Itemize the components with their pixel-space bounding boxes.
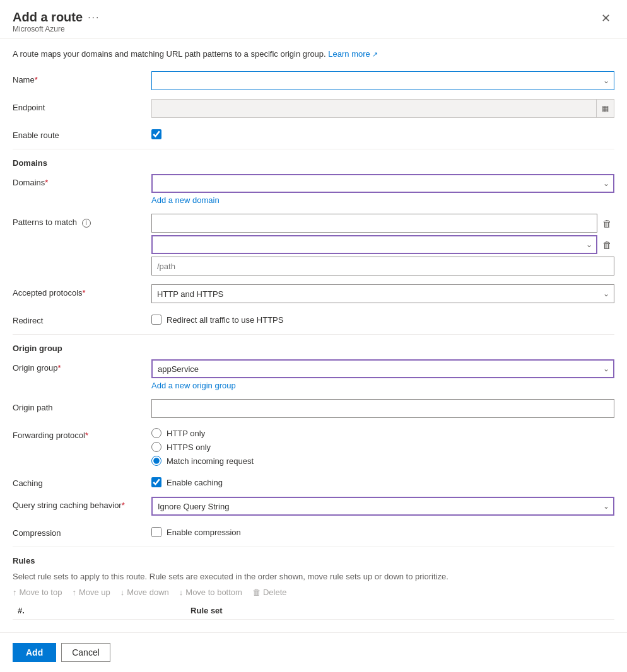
origin-path-control <box>151 399 614 418</box>
compression-checkbox-wrap: Enable compression <box>151 524 614 537</box>
move-up-button[interactable]: ↑ Move up <box>72 588 110 597</box>
name-control: LicenseRenewal ⌄ <box>151 71 614 90</box>
patterns-control: /LicenseRenewal/ 🗑 /LicenseRenewal/* ⌄ <box>151 214 614 275</box>
delete-rule-button[interactable]: 🗑 Delete <box>252 588 287 597</box>
forwarding-protocol-control: HTTP only HTTPS only Match incoming requ… <box>151 427 614 466</box>
rules-section-title: Rules <box>13 556 614 565</box>
delete-rule-icon: 🗑 <box>252 588 261 597</box>
endpoint-label: Endpoint <box>13 99 151 112</box>
pattern-2-input[interactable]: /LicenseRenewal/* <box>151 235 597 254</box>
fp-https-only-item: HTTPS only <box>151 442 614 452</box>
enable-route-label: Enable route <box>13 127 151 140</box>
learn-more-link[interactable]: Learn more ↗ <box>328 49 378 59</box>
redirect-row: Redirect Redirect all traffic to use HTT… <box>13 312 614 325</box>
pattern-row-2: /LicenseRenewal/* ⌄ 🗑 <box>151 235 614 254</box>
pattern-2-delete-button[interactable]: 🗑 <box>600 238 614 252</box>
move-up-icon: ↑ <box>72 588 76 597</box>
cancel-button[interactable]: Cancel <box>61 643 110 662</box>
move-down-icon: ↓ <box>120 588 125 597</box>
pattern-3-input[interactable] <box>151 257 614 275</box>
accepted-protocols-row: Accepted protocols* HTTP and HTTPS HTTP … <box>13 284 614 303</box>
origin-group-section-title: Origin group <box>13 344 614 353</box>
move-to-bottom-icon: ↓ <box>179 588 184 597</box>
origin-group-label: Origin group* <box>13 359 151 373</box>
redirect-checkbox-wrap: Redirect all traffic to use HTTPS <box>151 312 614 325</box>
close-button[interactable]: ✕ <box>597 10 614 26</box>
origin-group-select-wrapper: appService ⌄ <box>151 359 614 378</box>
pattern-3-wrap <box>151 257 614 275</box>
caching-row: Caching Enable caching <box>13 475 614 488</box>
redirect-label: Redirect <box>13 312 151 325</box>
enable-route-checkbox[interactable] <box>151 129 161 139</box>
patterns-list: /LicenseRenewal/ 🗑 /LicenseRenewal/* ⌄ <box>151 214 614 275</box>
domains-row: Domains* ⌄ Add a new domain <box>13 174 614 205</box>
caching-checkbox-label: Enable caching <box>167 478 223 487</box>
patterns-label: Patterns to match i <box>13 214 151 228</box>
redirect-checkbox[interactable] <box>151 315 161 325</box>
move-to-top-button[interactable]: ↑ Move to top <box>13 588 62 597</box>
fp-http-label: HTTP only <box>167 429 205 438</box>
add-new-origin-group-link[interactable]: Add a new origin group <box>151 381 614 390</box>
name-input[interactable]: LicenseRenewal <box>151 71 614 90</box>
endpoint-input <box>151 99 614 118</box>
query-string-control: Ignore Query String Use Query String Ign… <box>151 497 614 516</box>
rules-desc: Select rule sets to apply to this route.… <box>13 572 614 581</box>
move-down-button[interactable]: ↓ Move down <box>120 588 169 597</box>
panel-title: Add a route <box>13 10 83 25</box>
more-options-icon[interactable]: ··· <box>88 12 100 23</box>
fp-match-label: Match incoming request <box>167 456 254 466</box>
redirect-control: Redirect all traffic to use HTTPS <box>151 312 614 325</box>
enable-route-control <box>151 127 614 139</box>
add-new-domain-link[interactable]: Add a new domain <box>151 195 614 205</box>
domains-select[interactable] <box>151 174 614 193</box>
accepted-protocols-select[interactable]: HTTP and HTTPS HTTP only HTTPS only <box>151 284 614 303</box>
delete-2-icon: 🗑 <box>602 240 612 250</box>
accepted-protocols-select-wrapper: HTTP and HTTPS HTTP only HTTPS only ⌄ <box>151 284 614 303</box>
compression-checkbox[interactable] <box>151 527 161 537</box>
query-string-label: Query string caching behavior* <box>13 497 151 510</box>
panel-header: Add a route ··· Microsoft Azure ✕ <box>0 0 627 39</box>
patterns-info-icon: i <box>82 219 91 228</box>
rules-section: Rules Select rule sets to apply to this … <box>13 556 614 620</box>
copy-icon: ▦ <box>602 104 609 113</box>
fp-http-only-item: HTTP only <box>151 428 614 438</box>
patterns-row: Patterns to match i /LicenseRenewal/ 🗑 <box>13 214 614 275</box>
pattern-1-delete-button[interactable]: 🗑 <box>600 217 614 230</box>
pattern-1-wrap: /LicenseRenewal/ <box>151 214 597 233</box>
move-to-bottom-button[interactable]: ↓ Move to bottom <box>179 588 242 597</box>
fp-http-radio[interactable] <box>151 428 161 438</box>
forwarding-protocol-radio-group: HTTP only HTTPS only Match incoming requ… <box>151 427 614 466</box>
forwarding-protocol-label: Forwarding protocol* <box>13 427 151 440</box>
origin-path-input[interactable] <box>151 399 614 418</box>
origin-group-select[interactable]: appService <box>151 359 614 378</box>
forwarding-protocol-row: Forwarding protocol* HTTP only HTTPS onl… <box>13 427 614 466</box>
origin-path-label: Origin path <box>13 399 151 412</box>
move-to-top-icon: ↑ <box>13 588 17 597</box>
panel-footer: Add Cancel <box>0 632 627 672</box>
panel-subtitle: Microsoft Azure <box>13 25 100 33</box>
compression-checkbox-label: Enable compression <box>167 528 241 537</box>
accepted-protocols-control: HTTP and HTTPS HTTP only HTTPS only ⌄ <box>151 284 614 303</box>
add-button[interactable]: Add <box>13 643 56 662</box>
delete-1-icon: 🗑 <box>602 218 612 229</box>
endpoint-wrapper: ▦ <box>151 99 614 118</box>
fp-match-radio[interactable] <box>151 456 161 466</box>
compression-row: Compression Enable compression <box>13 524 614 538</box>
panel: Add a route ··· Microsoft Azure ✕ A rout… <box>0 0 627 672</box>
enable-route-row: Enable route <box>13 127 614 140</box>
endpoint-copy-button[interactable]: ▦ <box>596 100 614 117</box>
name-label: Name* <box>13 71 151 84</box>
rules-table: #. Rule set <box>13 602 614 620</box>
fp-https-radio[interactable] <box>151 442 161 452</box>
domains-label: Domains* <box>13 174 151 187</box>
domains-section-title: Domains <box>13 158 614 168</box>
caching-checkbox[interactable] <box>151 477 161 487</box>
panel-title-block: Add a route ··· Microsoft Azure <box>13 10 100 33</box>
pattern-row-3 <box>151 257 614 275</box>
pattern-2-wrap: /LicenseRenewal/* ⌄ <box>151 235 597 254</box>
redirect-checkbox-label: Redirect all traffic to use HTTPS <box>167 315 283 325</box>
origin-path-row: Origin path <box>13 399 614 418</box>
query-string-select[interactable]: Ignore Query String Use Query String Ign… <box>151 497 614 516</box>
pattern-1-input[interactable]: /LicenseRenewal/ <box>151 214 597 233</box>
domains-select-wrapper: ⌄ <box>151 174 614 193</box>
